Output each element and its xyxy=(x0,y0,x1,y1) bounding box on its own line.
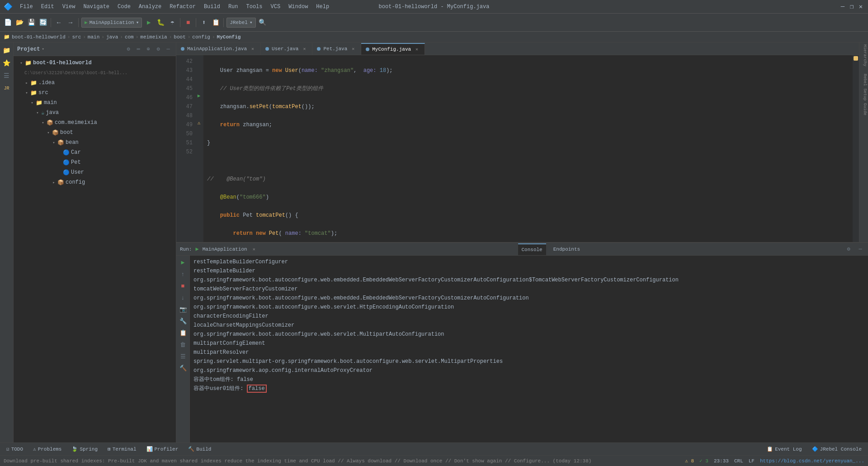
run-config-dropdown[interactable]: ▶ MainApplication ▾ xyxy=(81,18,142,28)
event-log-tab[interactable]: 📋 Event Log xyxy=(762,444,806,455)
tree-java[interactable]: ▾ ☕ java xyxy=(14,108,176,118)
tab-close-myconfig[interactable]: ✕ xyxy=(414,47,420,52)
tab-close-pet[interactable]: ✕ xyxy=(350,46,356,52)
bc-config[interactable]: config xyxy=(192,34,210,40)
menu-navigate[interactable]: Navigate xyxy=(80,3,113,11)
toolbar-vcs2-btn[interactable]: 📋 xyxy=(211,18,221,28)
profiler-tab[interactable]: 📊 Profiler xyxy=(142,444,183,455)
run-build-icon[interactable]: 🔨 xyxy=(178,363,188,373)
run-up-icon[interactable]: ↑ xyxy=(178,269,188,279)
console-tab[interactable]: Console xyxy=(518,243,546,255)
terminal-tab[interactable]: ⊞ Terminal xyxy=(103,444,141,455)
toolbar-open-btn[interactable]: 📂 xyxy=(14,18,24,28)
project-collapse-icon[interactable]: ═ xyxy=(134,45,142,53)
status-link[interactable]: https://blog.csdn.net/yerenyuan_... xyxy=(760,458,864,464)
project-scroll-icon[interactable]: ⊕ xyxy=(144,45,152,53)
toolbar-coverage-btn[interactable]: ☂ xyxy=(167,18,177,28)
run-play-icon[interactable]: ▶ xyxy=(178,257,188,267)
toolbar-vcs-btn[interactable]: ⬆ xyxy=(199,18,209,28)
tree-user[interactable]: ▸ 🔵 User xyxy=(14,167,176,177)
run-list-icon[interactable]: 📋 xyxy=(178,328,188,338)
code-editor[interactable]: 42 43 44 45 46 47 48 49 50 51 52 xyxy=(176,55,859,242)
run-stop-icon[interactable]: ■ xyxy=(178,281,188,291)
minimize-button[interactable]: ─ xyxy=(839,3,846,10)
close-button[interactable]: ✕ xyxy=(857,3,864,10)
bc-meimeixia[interactable]: meimeixia xyxy=(140,34,167,40)
toolbar-forward-btn[interactable]: → xyxy=(66,18,75,28)
bc-root[interactable]: boot-01-helloworld xyxy=(12,34,66,40)
hierarchy-label[interactable]: Hierarchy xyxy=(859,43,868,68)
tree-src[interactable]: ▾ 📁 src xyxy=(14,88,176,98)
tree-bean[interactable]: ▾ 📦 bean xyxy=(14,138,176,147)
run-close-btn[interactable]: ✕ xyxy=(251,247,257,252)
menu-analyze[interactable]: Analyze xyxy=(135,3,165,11)
menu-build[interactable]: Build xyxy=(200,3,224,11)
todo-tab[interactable]: ☑ TODO xyxy=(2,444,28,455)
tab-user[interactable]: User.java ✕ xyxy=(261,43,312,55)
run-down-icon[interactable]: ↓ xyxy=(178,293,188,303)
tab-main-application[interactable]: MainApplication.java ✕ xyxy=(176,43,261,55)
toolbar-debug-btn[interactable]: 🐛 xyxy=(156,18,165,28)
project-gear-icon[interactable]: ⚙ xyxy=(154,45,162,53)
tree-boot[interactable]: ▾ 📦 boot xyxy=(14,128,176,138)
run-filter-icon[interactable]: 🔧 xyxy=(178,316,188,326)
bc-com[interactable]: com xyxy=(125,34,134,40)
tree-config[interactable]: ▸ 📦 config xyxy=(14,177,176,187)
jrebel-dropdown[interactable]: JRebel ▾ xyxy=(226,18,255,28)
menu-view[interactable]: View xyxy=(59,3,79,11)
tab-close-main[interactable]: ✕ xyxy=(250,46,256,52)
run-minimize-icon[interactable]: ─ xyxy=(856,245,864,253)
tab-close-user[interactable]: ✕ xyxy=(301,46,307,52)
menu-help[interactable]: Help xyxy=(312,3,333,11)
menu-edit[interactable]: Edit xyxy=(38,3,58,11)
tree-main[interactable]: ▾ 📁 main xyxy=(14,98,176,108)
run-delete-icon[interactable]: 🗑 xyxy=(178,340,188,350)
jrebel-side-icon[interactable]: JR xyxy=(1,82,13,94)
bc-src[interactable]: src xyxy=(72,34,81,40)
project-settings-icon[interactable]: ⚙ xyxy=(124,45,132,53)
bc-java[interactable]: java xyxy=(106,34,118,40)
tab-pet[interactable]: Pet.java ✕ xyxy=(312,43,361,55)
menu-window[interactable]: Window xyxy=(285,3,311,11)
menu-run[interactable]: Run xyxy=(225,3,242,11)
menu-code[interactable]: Code xyxy=(114,3,134,11)
run-settings2-icon[interactable]: ☰ xyxy=(178,352,188,361)
toolbar-search-btn[interactable]: 🔍 xyxy=(258,18,268,28)
toolbar-new-btn[interactable]: 📄 xyxy=(3,18,13,28)
code-content[interactable]: User zhangsan = new User(name: "zhangsan… xyxy=(203,55,853,242)
build-tab[interactable]: 🔨 Build xyxy=(184,444,216,455)
favorites-icon[interactable]: ⭐ xyxy=(1,57,13,69)
toolbar-build-btn[interactable]: ▶ xyxy=(144,18,154,28)
run-settings-icon[interactable]: ⚙ xyxy=(844,245,853,253)
bc-main[interactable]: main xyxy=(88,34,99,40)
toolbar-sync-btn[interactable]: 🔄 xyxy=(38,18,48,28)
tree-idea[interactable]: ▸ 📁 .idea xyxy=(14,78,176,88)
tree-com-meimeixia[interactable]: ▾ 📦 com.meimeixia xyxy=(14,118,176,128)
tree-pet[interactable]: ▸ 🔵 Pet xyxy=(14,157,176,167)
tree-car[interactable]: ▸ 🔵 Car xyxy=(14,147,176,157)
spring-tab[interactable]: 🍃 Spring xyxy=(67,444,102,455)
tree-root[interactable]: ▾ 📁 boot-01-helloworld xyxy=(14,58,176,68)
endpoints-tab[interactable]: Endpoints xyxy=(550,243,584,255)
menu-tools[interactable]: Tools xyxy=(243,3,266,11)
rebel-guide-label[interactable]: Rebel Setup Guide xyxy=(859,72,868,117)
bc-boot[interactable]: boot xyxy=(174,34,185,40)
problems-tab[interactable]: ⚠ Problems xyxy=(28,444,66,455)
jrebel-console-tab[interactable]: 🔷 JRebel Console xyxy=(807,444,866,455)
project-icon[interactable]: 📁 xyxy=(1,44,13,56)
menu-file[interactable]: File xyxy=(16,3,37,11)
maximize-button[interactable]: ❐ xyxy=(848,3,855,10)
console-output[interactable]: restTemplateBuilderConfigurer restTempla… xyxy=(190,256,868,442)
toolbar-save-btn[interactable]: 💾 xyxy=(26,18,36,28)
project-close-icon[interactable]: ─ xyxy=(164,45,172,53)
tab-myconfig[interactable]: MyConfig.java ✕ xyxy=(361,43,425,55)
menu-vcs[interactable]: VCS xyxy=(267,3,284,11)
status-warnings[interactable]: ⚠ 8 xyxy=(685,458,694,464)
menu-refactor[interactable]: Refactor xyxy=(166,3,199,11)
run-camera-icon[interactable]: 📷 xyxy=(178,304,188,314)
toolbar-stop-btn[interactable]: ■ xyxy=(183,18,193,28)
bc-myconfig[interactable]: MyConfig xyxy=(217,34,241,40)
project-chevron[interactable]: ▾ xyxy=(42,47,44,52)
toolbar-back-btn[interactable]: ← xyxy=(54,18,64,28)
structure-icon[interactable]: ☰ xyxy=(1,70,13,81)
